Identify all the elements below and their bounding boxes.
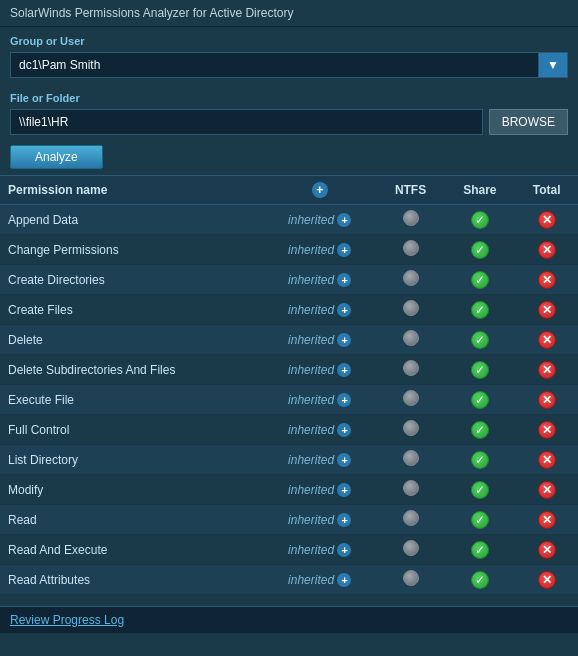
- inherited-cell: inherited +: [263, 505, 377, 535]
- total-cell: ✕: [515, 565, 578, 595]
- inherited-cell: inherited +: [263, 205, 377, 235]
- share-cell: ✓: [444, 205, 515, 235]
- table-row: List Directoryinherited +✓✕: [0, 445, 578, 475]
- inherited-cell: inherited +: [263, 445, 377, 475]
- inherited-cell: inherited +: [263, 235, 377, 265]
- file-folder-input[interactable]: [10, 109, 483, 135]
- group-user-select[interactable]: dc1\Pam Smith: [10, 52, 539, 78]
- share-cell: ✓: [444, 235, 515, 265]
- total-cell: ✕: [515, 415, 578, 445]
- share-check-icon: ✓: [471, 271, 489, 289]
- ntfs-gray-icon: [403, 360, 419, 376]
- ntfs-gray-icon: [403, 240, 419, 256]
- total-cell: ✕: [515, 205, 578, 235]
- plus-icon[interactable]: +: [337, 243, 351, 257]
- total-x-icon: ✕: [538, 361, 556, 379]
- plus-icon[interactable]: +: [337, 513, 351, 527]
- plus-icon[interactable]: +: [337, 333, 351, 347]
- permission-name-cell: List Directory: [0, 445, 263, 475]
- plus-icon[interactable]: +: [337, 453, 351, 467]
- col-permission-name: Permission name: [0, 176, 263, 205]
- table-row: Change Permissionsinherited +✓✕: [0, 235, 578, 265]
- plus-icon[interactable]: +: [337, 483, 351, 497]
- table-row: Create Filesinherited +✓✕: [0, 295, 578, 325]
- share-check-icon: ✓: [471, 451, 489, 469]
- plus-icon[interactable]: +: [337, 573, 351, 587]
- inherited-label: inherited: [288, 333, 337, 347]
- total-cell: ✕: [515, 355, 578, 385]
- group-user-dropdown-arrow[interactable]: ▼: [539, 52, 568, 78]
- plus-icon[interactable]: +: [337, 363, 351, 377]
- permissions-table-container: Permission name + NTFS Share Total Appen…: [0, 176, 578, 606]
- plus-icon[interactable]: +: [337, 543, 351, 557]
- table-wrapper[interactable]: Permission name + NTFS Share Total Appen…: [0, 176, 578, 606]
- inherited-label: inherited: [288, 273, 337, 287]
- inherited-cell: inherited +: [263, 355, 377, 385]
- plus-icon[interactable]: +: [337, 213, 351, 227]
- share-cell: ✓: [444, 505, 515, 535]
- inherited-cell: inherited +: [263, 385, 377, 415]
- total-cell: ✕: [515, 265, 578, 295]
- total-x-icon: ✕: [538, 271, 556, 289]
- share-check-icon: ✓: [471, 211, 489, 229]
- total-cell: ✕: [515, 295, 578, 325]
- table-row: Deleteinherited +✓✕: [0, 325, 578, 355]
- table-row: Readinherited +✓✕: [0, 505, 578, 535]
- ntfs-gray-icon: [403, 210, 419, 226]
- ntfs-gray-icon: [403, 330, 419, 346]
- inherited-cell: inherited +: [263, 475, 377, 505]
- review-progress-link[interactable]: Review Progress Log: [10, 613, 124, 627]
- table-row: Read Attributesinherited +✓✕: [0, 565, 578, 595]
- permission-name-cell: Execute File: [0, 385, 263, 415]
- plus-icon[interactable]: +: [337, 393, 351, 407]
- total-x-icon: ✕: [538, 301, 556, 319]
- share-check-icon: ✓: [471, 241, 489, 259]
- table-row: Execute Fileinherited +✓✕: [0, 385, 578, 415]
- ntfs-gray-icon: [403, 300, 419, 316]
- share-cell: ✓: [444, 415, 515, 445]
- analyze-button[interactable]: Analyze: [10, 145, 103, 169]
- share-check-icon: ✓: [471, 301, 489, 319]
- permission-name-cell: Append Data: [0, 205, 263, 235]
- ntfs-gray-icon: [403, 570, 419, 586]
- total-cell: ✕: [515, 385, 578, 415]
- browse-button[interactable]: BROWSE: [489, 109, 568, 135]
- ntfs-gray-icon: [403, 450, 419, 466]
- total-x-icon: ✕: [538, 451, 556, 469]
- permissions-table: Permission name + NTFS Share Total Appen…: [0, 176, 578, 595]
- col-total: Total: [515, 176, 578, 205]
- table-row: Delete Subdirectories And Filesinherited…: [0, 355, 578, 385]
- permission-name-cell: Create Directories: [0, 265, 263, 295]
- app-title: SolarWinds Permissions Analyzer for Acti…: [10, 6, 293, 20]
- plus-icon[interactable]: +: [337, 423, 351, 437]
- plus-icon[interactable]: +: [337, 273, 351, 287]
- inherited-label: inherited: [288, 243, 337, 257]
- inherited-label: inherited: [288, 453, 337, 467]
- table-row: Append Datainherited +✓✕: [0, 205, 578, 235]
- header-plus-icon[interactable]: +: [312, 182, 328, 198]
- plus-icon[interactable]: +: [337, 303, 351, 317]
- share-check-icon: ✓: [471, 571, 489, 589]
- permission-name-cell: Create Files: [0, 295, 263, 325]
- inherited-cell: inherited +: [263, 295, 377, 325]
- inherited-label: inherited: [288, 303, 337, 317]
- total-x-icon: ✕: [538, 211, 556, 229]
- col-ntfs: NTFS: [377, 176, 445, 205]
- share-check-icon: ✓: [471, 361, 489, 379]
- ntfs-cell: [377, 475, 445, 505]
- inherited-cell: inherited +: [263, 325, 377, 355]
- ntfs-cell: [377, 295, 445, 325]
- share-cell: ✓: [444, 385, 515, 415]
- table-header-row: Permission name + NTFS Share Total: [0, 176, 578, 205]
- inherited-label: inherited: [288, 483, 337, 497]
- share-cell: ✓: [444, 355, 515, 385]
- inherited-label: inherited: [288, 513, 337, 527]
- share-cell: ✓: [444, 265, 515, 295]
- share-cell: ✓: [444, 325, 515, 355]
- title-bar: SolarWinds Permissions Analyzer for Acti…: [0, 0, 578, 27]
- total-x-icon: ✕: [538, 481, 556, 499]
- ntfs-cell: [377, 415, 445, 445]
- group-user-row: dc1\Pam Smith ▼: [0, 50, 578, 84]
- ntfs-cell: [377, 265, 445, 295]
- total-cell: ✕: [515, 235, 578, 265]
